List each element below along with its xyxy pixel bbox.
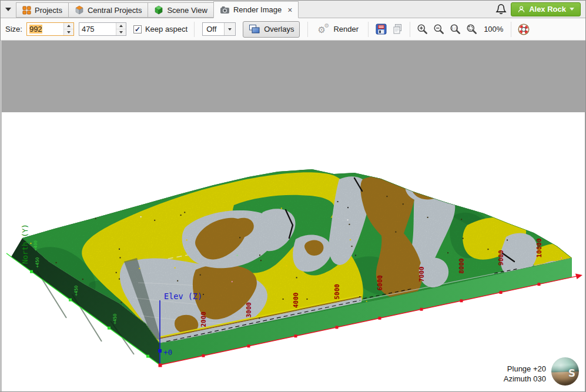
app-window: Projects Central Projects Scene View: [0, 0, 586, 392]
save-image-button[interactable]: [373, 21, 389, 38]
east-grid-label: 2000: [200, 311, 207, 327]
overlay-mode-value: Off: [203, 23, 224, 35]
toolbar-separator: [368, 22, 369, 37]
lifebuoy-icon: [517, 23, 530, 36]
zoom-fit-button[interactable]: [464, 21, 480, 38]
toolbar-separator: [410, 22, 410, 37]
tab-label: Render Image: [233, 5, 282, 14]
east-grid-label: 5000: [333, 284, 341, 300]
east-grid-label: 7000: [418, 266, 426, 282]
compass-south-letter: S: [568, 367, 575, 379]
east-tick: [336, 326, 339, 329]
zoom-actual-size-button[interactable]: 1:1: [447, 21, 464, 38]
svg-text:1:1: 1:1: [451, 26, 457, 30]
user-menu-button[interactable]: Alex Rock: [511, 2, 581, 16]
gears-icon: ⚙⚙: [317, 23, 330, 36]
bell-icon: [495, 4, 507, 15]
keep-aspect-checkbox[interactable]: ✓ Keep aspect: [133, 25, 187, 33]
azimuth-value: Azimuth 030: [504, 374, 546, 384]
zoom-in-icon: [417, 24, 428, 35]
east-grid-label: 9000: [497, 250, 505, 266]
notifications-button[interactable]: [491, 4, 511, 15]
render-viewport: +450+450+450 North (Y) +400 +0 Elev (Z): [1, 41, 586, 392]
chevron-down-icon: [570, 8, 574, 11]
overlay-mode-select[interactable]: Off: [202, 22, 236, 36]
tab-bar: Projects Central Projects Scene View: [1, 1, 585, 18]
chevron-down-icon: [119, 31, 123, 33]
tab-overflow-button[interactable]: [1, 2, 16, 17]
chevron-up-icon: [67, 25, 71, 27]
plunge-value: Plunge +20: [504, 364, 546, 374]
user-person-icon: [517, 5, 525, 14]
copy-image-button[interactable]: [389, 21, 406, 38]
north-tick: [108, 327, 110, 330]
east-grid-label: 4000: [292, 293, 300, 309]
north-tick: [146, 355, 149, 358]
chevron-down-icon: [228, 28, 232, 31]
toolbar-separator: [194, 22, 195, 37]
scene-view-cube-icon: [154, 5, 163, 15]
checkbox-check-icon: ✓: [133, 25, 142, 33]
tab-scene-view[interactable]: Scene View: [148, 2, 213, 18]
height-increment-button[interactable]: [116, 23, 126, 29]
north-grid-label: +450: [112, 313, 118, 324]
north-axis-label: North (Y): [21, 224, 29, 264]
user-name: Alex Rock: [529, 5, 566, 14]
east-grid-label: 6000: [376, 275, 384, 291]
north-tick: [30, 270, 33, 273]
height-spinbox[interactable]: 475: [79, 22, 126, 36]
east-grid-label: 3000: [245, 302, 253, 318]
terrain-3d-render: +450+450+450 North (Y) +400 +0 Elev (Z): [2, 112, 585, 391]
rendered-image: +450+450+450 North (Y) +400 +0 Elev (Z): [2, 112, 585, 391]
zoom-in-button[interactable]: [414, 21, 431, 38]
keep-aspect-label: Keep aspect: [145, 25, 187, 33]
tab-label: Scene View: [167, 6, 207, 15]
overlays-toggle-button[interactable]: Overlays: [243, 21, 300, 38]
width-spinbox[interactable]: 992: [26, 22, 74, 36]
elev-axis-label: Elev (Z): [164, 292, 202, 301]
east-tick: [500, 291, 503, 294]
copy-icon: [391, 23, 404, 35]
combo-dropdown-button[interactable]: [224, 23, 235, 35]
save-icon: [375, 23, 387, 35]
tab-render-image[interactable]: Render Image ×: [213, 1, 299, 18]
size-label: Size:: [5, 25, 22, 33]
chevron-down-icon: [67, 31, 71, 33]
tab-projects[interactable]: Projects: [16, 2, 68, 18]
projects-grid-icon: [22, 6, 31, 15]
width-decrement-button[interactable]: [64, 29, 73, 35]
east-tick: [202, 354, 205, 357]
tab-label: Central Projects: [88, 6, 142, 15]
east-grid-label: 10000: [535, 238, 543, 257]
tab-label: Projects: [35, 6, 62, 15]
tab-close-icon[interactable]: ×: [287, 6, 292, 14]
orientation-readout: Plunge +20 Azimuth 030: [504, 364, 546, 384]
north-grid-label: +450: [35, 257, 40, 268]
east-axis-arrow: [575, 273, 582, 279]
toolbar-separator: [511, 22, 511, 37]
east-grid-label: 8000: [458, 258, 466, 274]
central-projects-cube-icon: [75, 5, 84, 15]
origin-tick-label: +0: [163, 348, 172, 357]
toolbar-separator: [307, 22, 308, 37]
zoom-level-value: 100%: [484, 25, 503, 33]
support-button[interactable]: [515, 21, 532, 38]
render-toolbar: Size: 992 475 ✓ Keep aspect Off: [1, 18, 585, 41]
east-tick: [538, 283, 541, 286]
east-tick: [294, 334, 297, 337]
zoom-actual-size-icon: 1:1: [450, 24, 461, 35]
width-increment-button[interactable]: [64, 23, 73, 29]
camera-icon: [220, 5, 230, 14]
north-tick: [69, 299, 72, 301]
north-grid-label: +450: [73, 285, 79, 296]
tab-central-projects[interactable]: Central Projects: [68, 2, 148, 18]
east-tick: [247, 344, 250, 347]
east-tick: [420, 308, 423, 311]
overlays-label: Overlays: [264, 25, 294, 33]
render-button[interactable]: ⚙⚙ Render: [312, 21, 364, 38]
zoom-out-button[interactable]: [431, 21, 447, 38]
render-label: Render: [333, 25, 359, 33]
height-decrement-button[interactable]: [116, 29, 126, 35]
overlays-icon: [249, 24, 260, 34]
compass-ball-icon[interactable]: S: [551, 357, 579, 386]
